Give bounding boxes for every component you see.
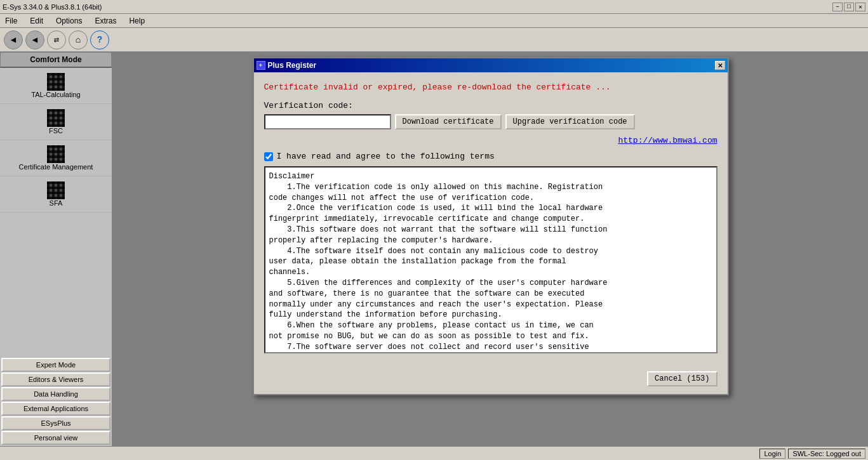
toolbar-help-button[interactable]: ?: [90, 30, 109, 49]
cancel-button[interactable]: Cancel (153): [647, 371, 717, 386]
dialog-overlay: + Plus Register ✕ Certificate invalid or…: [113, 52, 868, 446]
comfort-mode-section: Comfort Mode TAL-Calculating FSC Certifi…: [0, 52, 112, 357]
expert-mode-button[interactable]: Expert Mode: [1, 358, 110, 372]
app-title: E-Sys 3.34.0 & Plus3.8.1 (64bit): [3, 3, 102, 11]
verification-row: Download certificate Upgrade verificatio…: [264, 114, 718, 129]
toolbar-refresh-button[interactable]: ⇄: [47, 30, 66, 49]
upgrade-verification-button[interactable]: Upgrade verification code: [505, 114, 635, 129]
menu-bar: File Edit Options Extras Help: [0, 14, 868, 28]
content-area: + Plus Register ✕ Certificate invalid or…: [113, 52, 868, 446]
data-handling-button[interactable]: Data Handling: [1, 387, 110, 401]
personal-view-button[interactable]: Personal view: [1, 431, 110, 445]
link-row: http://www.bmwai.com: [264, 136, 718, 145]
login-label: Login: [764, 450, 781, 457]
tal-calculating-icon: [47, 73, 65, 91]
menu-edit[interactable]: Edit: [27, 15, 46, 27]
dialog-titlebar: + Plus Register ✕: [254, 58, 728, 72]
plus-register-dialog: + Plus Register ✕ Certificate invalid or…: [253, 57, 729, 395]
login-status[interactable]: Login: [759, 449, 785, 459]
sidebar: Comfort Mode TAL-Calculating FSC Certifi…: [0, 52, 113, 446]
dialog-close-button[interactable]: ✕: [715, 61, 725, 70]
swl-sec-label: SWL-Sec: Logged out: [792, 450, 861, 457]
error-message: Certificate invalid or expired, please r…: [264, 82, 718, 92]
sidebar-item-certificate-management[interactable]: Certificate Management: [0, 140, 112, 176]
sidebar-item-tal-calculating[interactable]: TAL-Calculating: [0, 68, 112, 104]
agree-row: I have read and agree to the following t…: [264, 152, 718, 161]
dialog-title-text: Plus Register: [268, 61, 317, 70]
close-button[interactable]: ✕: [855, 3, 865, 11]
menu-options[interactable]: Options: [53, 15, 84, 27]
sidebar-footer: Expert Mode Editors & Viewers Data Handl…: [0, 357, 112, 446]
agree-checkbox[interactable]: [264, 152, 273, 161]
sidebar-item-fsc[interactable]: FSC: [0, 104, 112, 140]
menu-extras[interactable]: Extras: [92, 15, 119, 27]
title-bar: E-Sys 3.34.0 & Plus3.8.1 (64bit) – □ ✕: [0, 0, 868, 14]
editors-viewers-button[interactable]: Editors & Viewers: [1, 372, 110, 386]
main-layout: Comfort Mode TAL-Calculating FSC Certifi…: [0, 52, 868, 446]
esysplus-button[interactable]: ESysPlus: [1, 416, 110, 430]
fsc-icon: [47, 109, 65, 127]
dialog-title-left: + Plus Register: [257, 61, 317, 70]
toolbar: ◀ ◀ ⇄ ⌂ ?: [0, 28, 868, 52]
comfort-mode-header[interactable]: Comfort Mode: [0, 52, 112, 68]
cert-management-icon: [47, 145, 65, 163]
disclaimer-text[interactable]: Disclaimer 1.The verification code is on…: [264, 166, 718, 353]
toolbar-forward-button[interactable]: ◀: [25, 30, 44, 49]
sidebar-item-sfa[interactable]: SFA: [0, 176, 112, 213]
dialog-body: Certificate invalid or expired, please r…: [254, 72, 728, 371]
agree-label: I have read and agree to the following t…: [277, 152, 495, 161]
minimize-button[interactable]: –: [832, 3, 843, 11]
maximize-button[interactable]: □: [844, 3, 854, 11]
sfa-icon: [47, 181, 65, 199]
tal-calculating-label: TAL-Calculating: [31, 91, 80, 98]
swl-sec-status: SWL-Sec: Logged out: [788, 449, 865, 459]
dialog-title-icon: +: [257, 61, 265, 70]
sfa-label: SFA: [50, 199, 63, 207]
download-certificate-button[interactable]: Download certificate: [395, 114, 502, 129]
dialog-footer: Cancel (153): [254, 371, 728, 394]
fsc-label: FSC: [49, 127, 63, 135]
external-applications-button[interactable]: External Applications: [1, 402, 110, 416]
menu-file[interactable]: File: [3, 15, 20, 27]
toolbar-home-button[interactable]: ⌂: [69, 30, 88, 49]
cert-management-label: Certificate Management: [19, 163, 93, 171]
title-controls: – □ ✕: [832, 3, 865, 11]
verification-label: Verification code:: [264, 101, 718, 110]
menu-help[interactable]: Help: [126, 15, 147, 27]
toolbar-back-button[interactable]: ◀: [4, 30, 23, 49]
bmwai-link[interactable]: http://www.bmwai.com: [618, 136, 717, 145]
verification-input[interactable]: [264, 114, 391, 129]
status-bar: Login SWL-Sec: Logged out: [0, 446, 868, 460]
